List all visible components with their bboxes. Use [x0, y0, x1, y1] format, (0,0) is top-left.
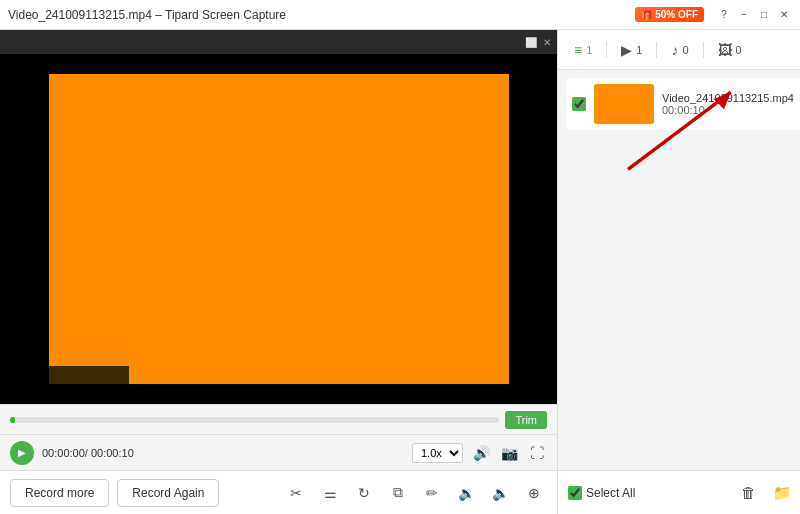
time-display: 00:00:00/ 00:00:10 — [42, 447, 134, 459]
record-again-button[interactable]: Record Again — [117, 479, 219, 507]
minimize-button[interactable]: − — [736, 7, 752, 23]
edit-icon[interactable]: ✏ — [419, 480, 445, 506]
tab-image[interactable]: 🖼 0 — [710, 38, 750, 62]
controls-bar: ▶ 00:00:00/ 00:00:10 1.0x 0.5x 1.5x 2.0x… — [0, 434, 557, 470]
video-list-item: Video_241009113215.mp4 00:00:10 — [566, 78, 800, 130]
tab-video[interactable]: ≡ 1 — [566, 38, 600, 62]
action-bar: Record more Record Again ✂ ⚌ ↻ ⧉ ✏ 🔉 🔈 ⊕ — [0, 470, 557, 514]
tab-music[interactable]: ♪ 0 — [663, 38, 696, 62]
tab-play[interactable]: ▶ 1 — [613, 38, 650, 62]
restore-icon[interactable]: ⬜ — [525, 37, 537, 48]
tab-bar: ≡ 1 ▶ 1 ♪ 0 🖼 0 — [558, 30, 800, 70]
volume-icon[interactable]: 🔊 — [471, 443, 491, 463]
more-icon[interactable]: ⊕ — [521, 480, 547, 506]
copy-icon[interactable]: ⧉ — [385, 480, 411, 506]
tab-divider-1 — [606, 42, 607, 58]
record-more-button[interactable]: Record more — [10, 479, 109, 507]
video-header: ⬜ ✕ — [0, 30, 557, 54]
music-tab-icon: ♪ — [671, 42, 678, 58]
right-content: Video_241009113215.mp4 00:00:10 — [558, 70, 800, 470]
question-icon[interactable]: ? — [716, 7, 732, 23]
maximize-button[interactable]: □ — [756, 7, 772, 23]
audio-icon[interactable]: 🔉 — [453, 480, 479, 506]
tab-divider-3 — [703, 42, 704, 58]
select-all-checkbox[interactable] — [568, 486, 582, 500]
right-panel: ≡ 1 ▶ 1 ♪ 0 🖼 0 — [557, 30, 800, 514]
select-all-label: Select All — [586, 486, 635, 500]
speed-select[interactable]: 1.0x 0.5x 1.5x 2.0x — [412, 443, 463, 463]
play-tab-icon: ▶ — [621, 42, 632, 58]
volume-down-icon[interactable]: 🔈 — [487, 480, 513, 506]
video-checkbox[interactable] — [572, 97, 586, 111]
main-container: ⬜ ✕ Trim ▶ 00:00:00/ 00:00:10 1.0x 0.5x — [0, 30, 800, 514]
video-display — [0, 54, 557, 404]
window-title: Video_241009113215.mp4 – Tipard Screen C… — [8, 8, 635, 22]
play-button[interactable]: ▶ — [10, 441, 34, 465]
camera-icon[interactable]: 📷 — [499, 443, 519, 463]
trim-button[interactable]: Trim — [505, 411, 547, 429]
video-filename: Video_241009113215.mp4 — [662, 92, 794, 104]
promo-badge[interactable]: 50% OFF — [635, 7, 704, 22]
progress-thumb[interactable] — [10, 417, 15, 423]
tab-divider-2 — [656, 42, 657, 58]
video-dark-bar — [49, 366, 129, 384]
image-tab-icon: 🖼 — [718, 42, 732, 58]
fullscreen-icon[interactable]: ⛶ — [527, 443, 547, 463]
delete-icon[interactable]: 🗑 — [736, 480, 762, 506]
adjust-icon[interactable]: ⚌ — [317, 480, 343, 506]
progress-track[interactable] — [10, 417, 499, 423]
video-close-icon[interactable]: ✕ — [543, 37, 551, 48]
select-all-area[interactable]: Select All — [568, 486, 635, 500]
folder-icon[interactable]: 📁 — [770, 480, 796, 506]
left-panel: ⬜ ✕ Trim ▶ 00:00:00/ 00:00:10 1.0x 0.5x — [0, 30, 557, 514]
close-button[interactable]: ✕ — [776, 7, 792, 23]
title-bar: Video_241009113215.mp4 – Tipard Screen C… — [0, 0, 800, 30]
video-frame — [49, 74, 509, 384]
window-controls: 50% OFF ? − □ ✕ — [635, 7, 792, 23]
video-list-icon: ≡ — [574, 42, 582, 58]
right-bottom-bar: Select All 🗑 📁 📤 — [558, 470, 800, 514]
cut-icon[interactable]: ✂ — [283, 480, 309, 506]
video-info: Video_241009113215.mp4 00:00:10 — [662, 92, 794, 116]
video-thumbnail — [594, 84, 654, 124]
rotate-icon[interactable]: ↻ — [351, 480, 377, 506]
progress-area: Trim — [0, 404, 557, 434]
video-duration: 00:00:10 — [662, 104, 794, 116]
